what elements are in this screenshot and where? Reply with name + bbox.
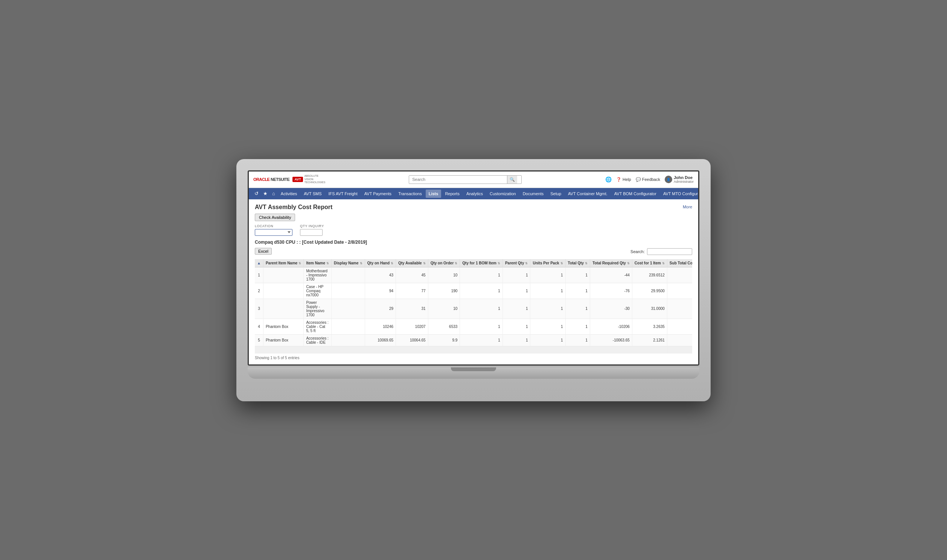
search-bar[interactable]: 🔍	[409, 175, 522, 184]
cell-qty-on-hand: 94	[365, 283, 396, 298]
globe-icon[interactable]: 🌐	[605, 176, 612, 182]
cell-qty-on-hand: 43	[365, 267, 396, 283]
cell-qty-available: 77	[396, 283, 428, 298]
nav-item-customization[interactable]: Customization	[487, 189, 519, 198]
user-role: Administrator	[674, 180, 694, 183]
cell-cost-for-1-item: 2.1261	[632, 334, 667, 346]
col-header-parent-item-name[interactable]: Parent Item Name⇅	[263, 259, 303, 268]
cell-qty-available: 10064.65	[396, 334, 428, 346]
col-header-parent-qty[interactable]: Parent Qty⇅	[503, 259, 531, 268]
user-name: John Doe	[674, 175, 694, 180]
search-filter-row: Search:	[631, 248, 692, 255]
col-header-qty-available[interactable]: Qty Available⇅	[396, 259, 428, 268]
table-row: 3 Power Supply - Impressivo 1700 29 31 1…	[255, 298, 692, 318]
cell-display-name	[331, 318, 365, 334]
cell-units-per-pack: 1	[531, 298, 565, 318]
footer-sub-total-inventory: 305.9908	[667, 346, 692, 354]
nav-item-documents[interactable]: Documents	[520, 189, 547, 198]
col-header-display-name[interactable]: Display Name⇅	[331, 259, 365, 268]
footer-empty	[255, 346, 667, 354]
nav-item-ifs-avt-freight[interactable]: IFS AVT Freight	[325, 189, 361, 198]
cell-parent-item-name: Phantom Box	[263, 334, 303, 346]
cell-units-per-pack: 1	[531, 283, 565, 298]
table-header-row: ▲ Parent Item Name⇅ Item Name⇅ Display N…	[255, 259, 692, 268]
main-content: AVT Assembly Cost Report More Check Avai…	[249, 199, 698, 365]
table-footer-row: 305.9908 0.0000 0.0000 305.9908	[255, 346, 692, 354]
cell-qty-on-hand: 10069.65	[365, 334, 396, 346]
data-table: ▲ Parent Item Name⇅ Item Name⇅ Display N…	[255, 259, 692, 354]
qty-inquiry-input[interactable]: 1.0	[300, 229, 322, 236]
excel-button[interactable]: Excel	[255, 248, 272, 255]
table-search-input[interactable]	[647, 248, 692, 255]
nav-home-icon[interactable]: ⌂	[270, 189, 277, 198]
cell-item-name: Motherboard - Impressivo 1700	[304, 267, 332, 283]
cell-units-per-pack: 1	[531, 318, 565, 334]
col-header-sub-total-cost-inventory[interactable]: Sub Total Cost Inventory Item⇅	[667, 259, 692, 268]
cell-row-num: 5	[255, 334, 263, 346]
help-button[interactable]: ❓ Help	[616, 177, 631, 182]
cell-total-required-qty: -76	[590, 283, 632, 298]
cell-parent-qty: 1	[503, 267, 531, 283]
logo-area: ORACLE NETSUITE AVT ABSOLUTEVISIONTECHNO…	[253, 174, 325, 184]
cell-item-name: Case - HP Compaq nx7000	[304, 283, 332, 298]
cell-parent-qty: 1	[503, 283, 531, 298]
user-details: John Doe Administrator	[674, 175, 694, 183]
more-link[interactable]: More	[683, 205, 692, 209]
nav-refresh-icon[interactable]: ↺	[253, 189, 261, 198]
nav-item-setup[interactable]: Setup	[547, 189, 564, 198]
cell-total-qty: 1	[565, 283, 590, 298]
cell-total-qty: 1	[565, 318, 590, 334]
cell-qty-on-order: 10	[428, 298, 460, 318]
search-input[interactable]	[409, 175, 507, 183]
nav-star-icon[interactable]: ★	[261, 189, 270, 198]
app-header: ORACLE NETSUITE AVT ABSOLUTEVISIONTECHNO…	[249, 171, 698, 188]
cell-units-per-pack: 1	[531, 267, 565, 283]
nav-item-analytics[interactable]: Analytics	[463, 189, 486, 198]
col-header-item-name[interactable]: Item Name⇅	[304, 259, 332, 268]
cell-cost-for-1-item: 3.2635	[632, 318, 667, 334]
feedback-button[interactable]: 💬 Feedback	[636, 177, 660, 182]
cell-sub-total-inventory: 2.1261	[667, 334, 692, 346]
nav-item-avt-payments[interactable]: AVT Payments	[361, 189, 395, 198]
nav-item-lists[interactable]: Lists	[426, 189, 441, 198]
nav-item-transactions[interactable]: Transactions	[395, 189, 425, 198]
user-info[interactable]: 👤 John Doe Administrator	[665, 175, 694, 183]
col-header-sort[interactable]: ▲	[255, 259, 263, 268]
check-availability-button[interactable]: Check Availability	[255, 214, 295, 221]
cell-sub-total-inventory: 239.6512	[667, 267, 692, 283]
table-row: 1 Motherboard - Impressivo 1700 43 45 10…	[255, 267, 692, 283]
help-icon: ❓	[616, 177, 622, 182]
cell-sub-total-inventory: 31.0000	[667, 298, 692, 318]
col-header-units-per-pack[interactable]: Units Per Pack⇅	[531, 259, 565, 268]
laptop-base	[248, 368, 699, 379]
nav-bar: ↺ ★ ⌂ Activities AVT SMS IFS AVT Freight…	[249, 188, 698, 199]
cell-qty-on-hand: 10246	[365, 318, 396, 334]
cell-sub-total-inventory: 29.9500	[667, 283, 692, 298]
col-header-qty-on-hand[interactable]: Qty on Hand⇅	[365, 259, 396, 268]
qty-inquiry-group: QTY INQUIRY 1.0	[300, 224, 324, 236]
feedback-icon: 💬	[636, 177, 641, 182]
cell-row-num: 3	[255, 298, 263, 318]
nav-item-avt-sms[interactable]: AVT SMS	[301, 189, 324, 198]
cell-parent-item-name	[263, 267, 303, 283]
col-header-cost-for-1-item[interactable]: Cost for 1 Item⇅	[632, 259, 667, 268]
search-button[interactable]: 🔍	[507, 175, 517, 183]
nav-item-avt-container-mgmt[interactable]: AVT Container Mgmt.	[565, 189, 611, 198]
location-select[interactable]	[255, 229, 293, 236]
nav-item-activities[interactable]: Activities	[278, 189, 300, 198]
col-header-total-required-qty[interactable]: Total Required Qty⇅	[590, 259, 632, 268]
col-header-total-qty[interactable]: Total Qty⇅	[565, 259, 590, 268]
nav-item-avt-mto-configurator[interactable]: AVT MTO Configurator	[660, 189, 699, 198]
cell-cost-for-1-item: 31.0000	[632, 298, 667, 318]
cell-qty-for-1-bom: 1	[460, 334, 503, 346]
cell-parent-item-name	[263, 298, 303, 318]
cell-total-qty: 1	[565, 298, 590, 318]
location-label: LOCATION	[255, 224, 293, 228]
col-header-qty-on-order[interactable]: Qty on Order⇅	[428, 259, 460, 268]
col-header-qty-for-1-bom[interactable]: Qty for 1 BOM Item⇅	[460, 259, 503, 268]
cell-qty-for-1-bom: 1	[460, 298, 503, 318]
nav-item-avt-bom-configurator[interactable]: AVT BOM Configurator	[611, 189, 659, 198]
cell-row-num: 1	[255, 267, 263, 283]
nav-item-reports[interactable]: Reports	[442, 189, 463, 198]
cell-row-num: 2	[255, 283, 263, 298]
